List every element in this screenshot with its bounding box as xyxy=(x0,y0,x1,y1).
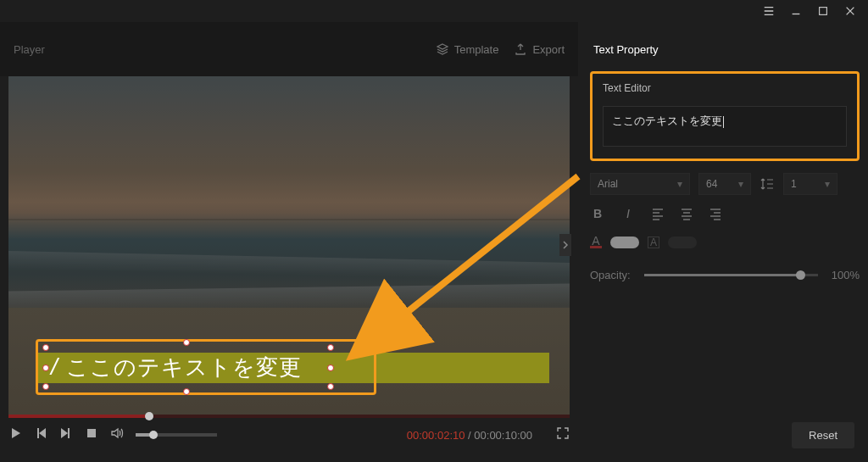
text-editor-input[interactable]: ここのテキストを変更 xyxy=(603,106,847,147)
overlay-slash: / xyxy=(51,353,58,381)
export-icon xyxy=(514,42,527,56)
bold-button[interactable]: B xyxy=(590,207,605,224)
next-frame-button[interactable] xyxy=(59,426,73,443)
text-color-swatch[interactable] xyxy=(610,237,639,248)
time-total: 00:00:10:00 xyxy=(474,429,532,442)
opacity-value: 100% xyxy=(832,269,860,281)
align-center-button[interactable] xyxy=(680,207,693,224)
line-spacing-icon xyxy=(760,176,775,192)
opacity-label: Opacity: xyxy=(590,269,631,281)
font-family-value: Arial xyxy=(598,178,618,190)
time-sep: / xyxy=(465,429,474,442)
prev-frame-button[interactable] xyxy=(34,426,47,443)
italic-button[interactable]: I xyxy=(620,207,636,224)
minimize-icon[interactable] xyxy=(790,5,802,17)
time-current: 00:00:02:10 xyxy=(407,429,465,442)
stop-button[interactable] xyxy=(85,426,98,443)
bg-color-button[interactable]: A xyxy=(648,237,659,248)
bg-color-swatch[interactable] xyxy=(668,237,697,248)
chevron-down-icon: ▾ xyxy=(738,178,743,190)
fullscreen-button[interactable] xyxy=(556,426,570,443)
text-editor-label: Text Editor xyxy=(603,82,847,94)
chevron-down-icon: ▾ xyxy=(825,178,830,190)
export-label: Export xyxy=(532,43,565,56)
player-label: Player xyxy=(14,43,45,56)
align-left-button[interactable] xyxy=(651,207,665,224)
line-spacing-value: 1 xyxy=(791,178,797,190)
svg-rect-2 xyxy=(87,429,96,437)
volume-slider[interactable] xyxy=(136,433,217,437)
font-size-select[interactable]: 64 ▾ xyxy=(698,173,751,195)
font-size-value: 64 xyxy=(706,178,717,190)
chevron-down-icon: ▾ xyxy=(677,178,682,190)
volume-icon[interactable] xyxy=(110,426,124,443)
layers-icon xyxy=(436,42,449,56)
close-icon[interactable] xyxy=(844,5,856,17)
maximize-icon[interactable] xyxy=(817,5,829,17)
property-panel-title: Text Property xyxy=(593,43,659,56)
play-button[interactable] xyxy=(8,426,22,443)
font-family-select[interactable]: Arial ▾ xyxy=(590,173,690,195)
panel-expand-chevron[interactable] xyxy=(559,234,571,256)
svg-rect-0 xyxy=(820,8,827,15)
line-spacing-select[interactable]: 1 ▾ xyxy=(783,173,837,195)
reset-button[interactable]: Reset xyxy=(792,422,854,448)
overlay-text: ここのテキストを変更 xyxy=(66,353,302,382)
template-label: Template xyxy=(454,43,499,56)
template-button[interactable]: Template xyxy=(436,42,499,56)
text-color-button[interactable]: A xyxy=(590,236,602,248)
hamburger-icon[interactable] xyxy=(763,5,775,17)
text-overlay[interactable]: / ここのテキストを変更 xyxy=(42,346,331,388)
video-preview[interactable]: / ここのテキストを変更 xyxy=(8,76,570,416)
text-editor-highlight: Text Editor ここのテキストを変更 xyxy=(590,71,860,161)
opacity-slider[interactable] xyxy=(644,274,818,276)
text-editor-value: ここのテキストを変更 xyxy=(612,114,722,127)
align-right-button[interactable] xyxy=(709,207,722,224)
export-button[interactable]: Export xyxy=(514,42,565,56)
